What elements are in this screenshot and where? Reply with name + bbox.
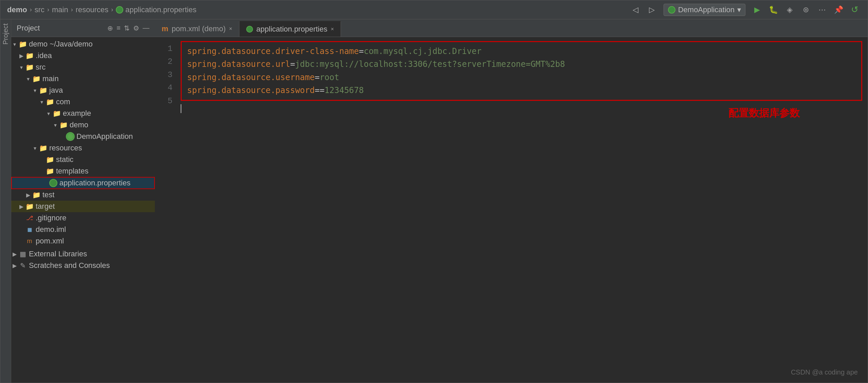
breadcrumb-demo[interactable]: demo xyxy=(7,5,27,14)
project-tab-label[interactable]: Project xyxy=(2,23,10,44)
tree-label-pom-xml: pom.xml xyxy=(36,237,64,245)
highlighted-code-block: spring.datasource.driver-class-name=com.… xyxy=(181,41,862,101)
arrow-external-libs: ▶ xyxy=(11,251,18,257)
tab-pom-xml[interactable]: m pom.xml (demo) × xyxy=(155,21,239,37)
project-tree-panel: Project ⊕ ≡ ⇅ ⚙ — ▾ 📁 demo ~/J xyxy=(11,19,155,383)
update-icon[interactable]: ↺ xyxy=(849,4,861,16)
arrow-resources: ▾ xyxy=(32,145,38,151)
tab-props-close[interactable]: × xyxy=(331,26,334,32)
val-4: 12345678 xyxy=(325,86,364,95)
tree-label-java: java xyxy=(49,86,63,95)
tree-item-resources[interactable]: ▾ 📁 resources xyxy=(11,142,155,154)
close-panel-icon[interactable]: — xyxy=(143,24,149,32)
project-panel-header: Project ⊕ ≡ ⇅ ⚙ — xyxy=(11,19,155,37)
tree-item-demo-iml[interactable]: ▶ ◼ demo.iml xyxy=(11,224,155,235)
project-header-icons: ⊕ ≡ ⇅ ⚙ — xyxy=(107,24,149,32)
back-icon[interactable]: ◁ xyxy=(630,4,642,16)
forward-icon[interactable]: ▷ xyxy=(646,4,658,16)
annotation-text: 配置数据库参数 xyxy=(728,105,800,121)
tree-item-static[interactable]: ▶ 📁 static xyxy=(11,154,155,165)
line-num-3: 3 xyxy=(158,69,173,81)
left-gutter: Project xyxy=(0,19,11,383)
tree-item-external-libs[interactable]: ▶ ▦ External Libraries xyxy=(11,248,155,260)
tree-item-main[interactable]: ▾ 📁 main xyxy=(11,73,155,85)
tree-item-demo-root[interactable]: ▾ 📁 demo ~/Java/demo xyxy=(11,38,155,50)
folder-icon-templates: 📁 xyxy=(45,166,55,176)
eq-2: = xyxy=(290,59,295,69)
sep2: › xyxy=(47,6,49,13)
external-libs-icon: ▦ xyxy=(18,249,28,259)
breadcrumb-main[interactable]: main xyxy=(52,5,68,14)
tree-item-scratches[interactable]: ▶ ✎ Scratches and Consoles xyxy=(11,260,155,271)
tree-label-demo-pkg: demo xyxy=(70,121,88,129)
tree-item-src[interactable]: ▾ 📁 src xyxy=(11,61,155,73)
debug-icon[interactable]: 🐛 xyxy=(767,4,779,16)
arrow-idea: ▶ xyxy=(18,52,25,59)
tree-item-target[interactable]: ▶ 📁 target xyxy=(11,201,155,212)
tree-label-com: com xyxy=(56,97,70,106)
tab-pom-icon: m xyxy=(162,24,168,33)
tab-props-icon xyxy=(246,26,253,33)
collapse-all-icon[interactable]: ≡ xyxy=(116,24,121,32)
folder-icon-com: 📁 xyxy=(45,97,55,107)
tab-application-properties[interactable]: application.properties × xyxy=(239,21,341,37)
run-icons: ▶ 🐛 ◈ ⊛ ⋯ 📌 ↺ xyxy=(751,4,861,16)
arrow-src: ▾ xyxy=(18,64,25,71)
tree-item-DemoApplication[interactable]: ▶ DemoApplication xyxy=(11,131,155,142)
arrow-demo-pkg: ▾ xyxy=(52,122,59,128)
arrow-main: ▾ xyxy=(25,75,32,82)
add-icon[interactable]: ⊕ xyxy=(107,24,113,32)
tree-item-com[interactable]: ▾ 📁 com xyxy=(11,96,155,108)
tree-item-idea[interactable]: ▶ 📁 .idea xyxy=(11,50,155,61)
tree-item-pom-xml[interactable]: ▶ m pom.xml xyxy=(11,235,155,247)
xml-icon: m xyxy=(25,236,34,246)
tree-label-external-libs: External Libraries xyxy=(29,250,87,258)
breadcrumb-file[interactable]: application.properties xyxy=(116,5,196,14)
coverage-icon[interactable]: ⊛ xyxy=(800,4,812,16)
tree-label-DemoApplication: DemoApplication xyxy=(76,132,133,141)
main-window: demo › src › main › resources › applicat… xyxy=(0,0,868,383)
run-config-dropdown-icon[interactable]: ▾ xyxy=(737,5,741,14)
title-bar: demo › src › main › resources › applicat… xyxy=(0,0,868,19)
tree-item-application-properties[interactable]: ▶ application.properties xyxy=(11,177,155,189)
tree-item-example[interactable]: ▾ 📁 example xyxy=(11,108,155,119)
breadcrumb-resources[interactable]: resources xyxy=(76,5,109,14)
breadcrumb-src[interactable]: src xyxy=(35,5,44,14)
arrow-test: ▶ xyxy=(25,192,32,198)
pin-icon[interactable]: 📌 xyxy=(832,4,845,16)
folder-icon-static: 📁 xyxy=(45,155,55,164)
run-config-selector[interactable]: DemoApplication ▾ xyxy=(664,4,745,16)
run-icon[interactable]: ▶ xyxy=(751,4,763,16)
tree-label-scratches: Scratches and Consoles xyxy=(29,261,110,270)
tree-item-demo-pkg[interactable]: ▾ 📁 demo xyxy=(11,119,155,131)
expand-icon[interactable]: ⇅ xyxy=(124,24,130,32)
settings-icon[interactable]: ⚙ xyxy=(133,24,139,32)
content-area: Project Project ⊕ ≡ ⇅ ⚙ — xyxy=(0,19,868,383)
arrow-example: ▾ xyxy=(45,110,52,117)
sep3: › xyxy=(71,6,73,13)
more-run-icon[interactable]: ⋯ xyxy=(816,4,828,16)
run-config-label: DemoApplication xyxy=(678,5,735,14)
val-1: com.mysql.cj.jdbc.Driver xyxy=(364,47,482,56)
tab-pom-close[interactable]: × xyxy=(229,26,232,32)
tree-item-templates[interactable]: ▶ 📁 templates xyxy=(11,165,155,177)
key-2: spring.datasource.url xyxy=(187,59,290,69)
line-num-4: 4 xyxy=(158,81,173,94)
scratches-icon: ✎ xyxy=(18,261,28,270)
git-icon: ⎇ xyxy=(25,213,34,223)
tree-label-application-properties: application.properties xyxy=(59,179,130,187)
tree-item-gitignore[interactable]: ▶ ⎇ .gitignore xyxy=(11,212,155,224)
folder-icon-demo-pkg: 📁 xyxy=(59,120,68,130)
code-editor[interactable]: spring.datasource.driver-class-name=com.… xyxy=(175,37,868,383)
breadcrumb-filename: application.properties xyxy=(125,5,196,14)
tree-item-java[interactable]: ▾ 📁 java xyxy=(11,85,155,96)
tree-label-test: test xyxy=(42,190,54,199)
title-right: ◁ ▷ DemoApplication ▾ ▶ 🐛 ◈ ⊛ ⋯ 📌 ↺ xyxy=(630,4,861,16)
project-title: Project xyxy=(17,24,103,33)
editor-content[interactable]: 1 2 3 4 5 spring.datasource.driver-class… xyxy=(155,37,868,383)
code-line-4: spring.datasource.password==12345678 xyxy=(187,84,856,97)
folder-icon-resources: 📁 xyxy=(38,143,48,153)
key-4: spring.datasource.password xyxy=(187,86,315,95)
profile-icon[interactable]: ◈ xyxy=(783,4,796,16)
tree-item-test[interactable]: ▶ 📁 test xyxy=(11,189,155,201)
